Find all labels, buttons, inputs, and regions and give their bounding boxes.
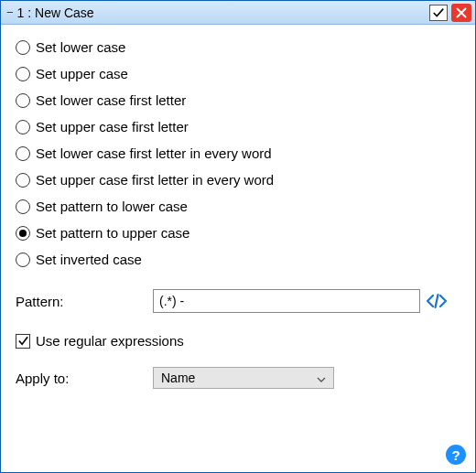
apply-to-select[interactable]: Name: [153, 367, 334, 389]
apply-to-value: Name: [161, 371, 195, 385]
checkbox-icon: [16, 334, 30, 349]
check-icon: [432, 6, 445, 19]
close-button[interactable]: [451, 4, 471, 22]
radio-upper-first-letter[interactable]: Set upper case first letter: [16, 113, 460, 140]
svg-line-0: [436, 295, 438, 307]
radio-upper-first-letter-every-word[interactable]: Set upper case first letter in every wor…: [16, 167, 460, 193]
code-icon: [426, 292, 448, 310]
radio-label: Set lower case first letter: [36, 92, 186, 108]
radio-label: Set upper case first letter in every wor…: [36, 172, 274, 188]
radio-label: Set lower case: [36, 39, 125, 55]
radio-icon: [16, 173, 30, 188]
radio-lower-first-letter[interactable]: Set lower case first letter: [16, 87, 460, 113]
check-icon: [17, 335, 29, 347]
pattern-label: Pattern:: [16, 294, 153, 309]
use-regex-checkbox[interactable]: Use regular expressions: [16, 333, 460, 349]
radio-icon: [16, 93, 30, 108]
radio-icon: [16, 67, 30, 81]
radio-pattern-lower[interactable]: Set pattern to lower case: [16, 193, 460, 220]
chevron-down-icon: [317, 371, 326, 385]
radio-icon: [16, 120, 30, 134]
radio-set-upper-case[interactable]: Set upper case: [16, 60, 460, 87]
case-option-group: Set lower case Set upper case Set lower …: [16, 34, 460, 273]
window-title: 1 : New Case: [17, 5, 94, 20]
radio-pattern-upper[interactable]: Set pattern to upper case: [16, 220, 460, 246]
apply-button[interactable]: [429, 5, 448, 21]
radio-icon: [16, 226, 30, 241]
radio-icon: [16, 40, 30, 55]
help-button[interactable]: ?: [446, 445, 466, 465]
regex-helper-button[interactable]: [426, 290, 448, 312]
radio-label: Set inverted case: [36, 252, 142, 267]
dialog-window: − 1 : New Case Set lower case Set upper …: [0, 0, 476, 473]
dialog-body: Set lower case Set upper case Set lower …: [1, 25, 475, 472]
radio-label: Set upper case first letter: [36, 119, 189, 134]
radio-inverted-case[interactable]: Set inverted case: [16, 246, 460, 273]
radio-label: Set upper case: [36, 66, 128, 81]
close-icon: [456, 7, 467, 18]
radio-set-lower-case[interactable]: Set lower case: [16, 34, 460, 60]
radio-label: Set lower case first letter in every wor…: [36, 145, 272, 161]
radio-label: Set pattern to lower case: [36, 199, 188, 214]
help-icon: ?: [451, 447, 460, 463]
radio-icon: [16, 253, 30, 267]
pattern-row: Pattern:: [16, 289, 460, 313]
title-dash-icon: −: [6, 5, 14, 19]
apply-to-row: Apply to: Name: [16, 367, 460, 389]
radio-label: Set pattern to upper case: [36, 225, 189, 241]
radio-icon: [16, 199, 30, 214]
apply-to-label: Apply to:: [16, 371, 153, 386]
radio-icon: [16, 146, 30, 161]
use-regex-label: Use regular expressions: [36, 333, 184, 349]
pattern-input[interactable]: [153, 289, 420, 313]
radio-lower-first-letter-every-word[interactable]: Set lower case first letter in every wor…: [16, 140, 460, 167]
title-bar: − 1 : New Case: [1, 1, 475, 25]
